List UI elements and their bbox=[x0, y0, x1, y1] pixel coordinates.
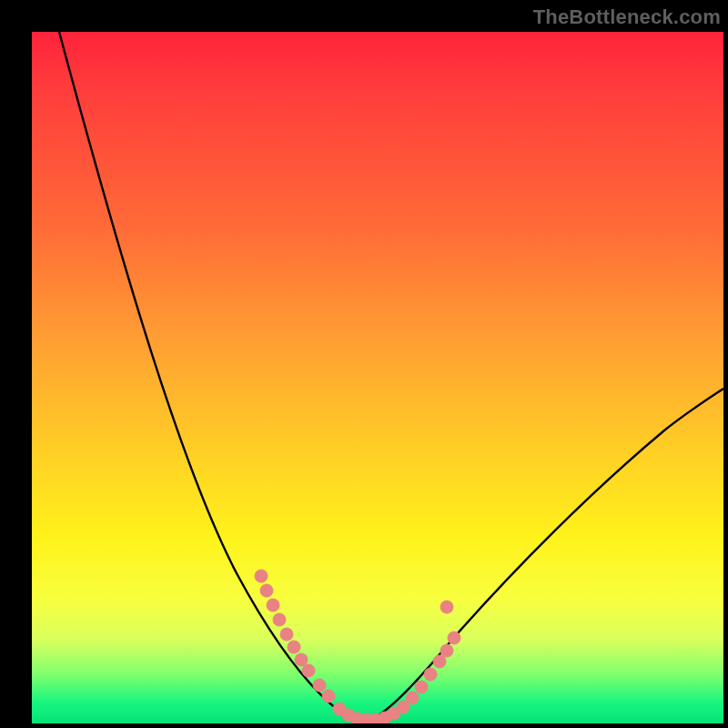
bottleneck-right-curve bbox=[369, 389, 723, 722]
chart-frame bbox=[32, 32, 723, 723]
svg-point-6 bbox=[295, 653, 308, 666]
svg-point-5 bbox=[288, 641, 300, 653]
svg-point-3 bbox=[273, 613, 286, 626]
svg-point-9 bbox=[322, 690, 335, 703]
svg-point-8 bbox=[313, 679, 326, 692]
chart-curves-layer bbox=[32, 32, 723, 723]
svg-point-23 bbox=[448, 632, 460, 644]
scatter-markers-group bbox=[255, 570, 460, 723]
svg-point-20 bbox=[424, 668, 437, 681]
svg-point-24 bbox=[440, 601, 453, 613]
svg-point-22 bbox=[440, 644, 453, 657]
svg-point-0 bbox=[255, 570, 268, 582]
svg-point-7 bbox=[302, 664, 315, 677]
svg-point-1 bbox=[260, 584, 273, 597]
bottleneck-left-curve bbox=[59, 32, 369, 722]
svg-point-21 bbox=[433, 655, 446, 668]
svg-point-4 bbox=[280, 628, 293, 641]
svg-point-18 bbox=[406, 692, 419, 704]
svg-point-2 bbox=[267, 599, 279, 612]
svg-point-19 bbox=[415, 681, 428, 693]
watermark-text: TheBottleneck.com bbox=[533, 5, 721, 29]
